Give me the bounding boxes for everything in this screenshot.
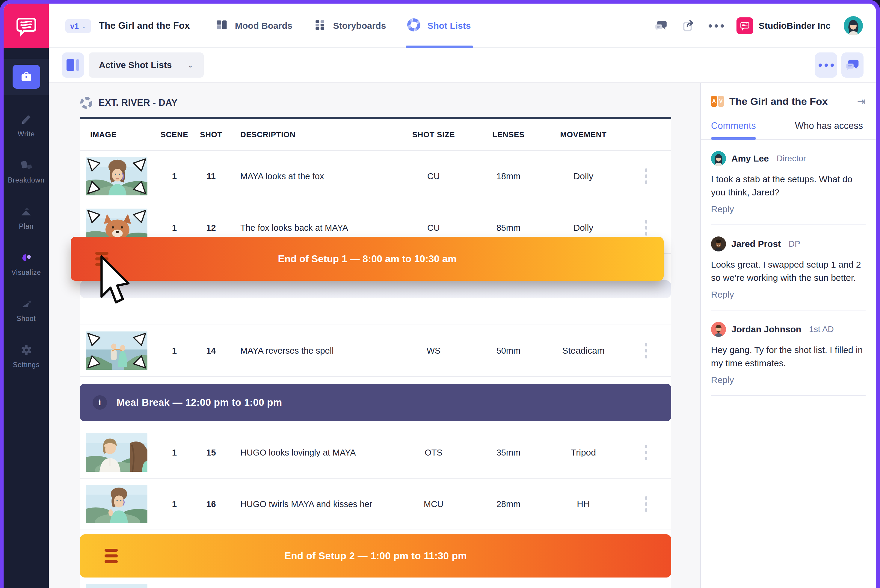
tab-who-has-access[interactable]: Who has access (795, 120, 863, 139)
dragged-setup-banner-wrap: End of Setup 1 — 8:00 am to 10:30 am (71, 237, 664, 281)
more-options-button[interactable] (709, 19, 723, 33)
comment-text: Looks great. I swapped setup 1 and 2 so … (711, 258, 866, 284)
shot-thumbnail[interactable] (86, 332, 147, 370)
shot-thumbnail[interactable] (86, 434, 147, 472)
sidebar-item-projects[interactable] (13, 65, 40, 89)
workspace-name: StudioBinder Inc (759, 21, 831, 31)
panel-project-title: The Girl and the Fox (729, 96, 852, 107)
movement-cell[interactable]: Dolly (546, 171, 621, 182)
version-dropdown[interactable]: v1 ⌄ (65, 19, 91, 33)
sidebar-item-breakdown[interactable]: Breakdown (4, 158, 49, 185)
scene-cell[interactable]: 1 (155, 171, 194, 182)
drag-handle-icon[interactable] (105, 549, 118, 563)
shot-size-cell[interactable]: CU (396, 171, 471, 182)
tab-storyboards[interactable]: Storyboards (313, 4, 386, 48)
comment-author: Jordan Johnson (732, 324, 801, 334)
shot-cell[interactable]: 11 (194, 171, 228, 182)
settings-icon (19, 343, 33, 358)
aperture-icon (80, 96, 93, 109)
breakdown-icon (19, 159, 33, 174)
sidebar-item-label: Breakdown (8, 176, 44, 184)
shot-list-view-dropdown[interactable]: Active Shot Lists ⌄ (89, 52, 204, 78)
comment-item: Jared ProstDPLooks great. I swapped setu… (711, 225, 866, 310)
header-tabs: Mood BoardsStoryboardsShot Lists (215, 4, 471, 48)
tab-mood-boards[interactable]: Mood Boards (215, 4, 292, 48)
tab-comments[interactable]: Comments (711, 120, 756, 139)
lens-cell[interactable]: 50mm (471, 346, 546, 356)
shot-row: 116HUGO twirls MAYA and kisses herMCU28m… (80, 578, 671, 588)
comment-header: Jordan Johnson1st AD (711, 322, 866, 337)
movement-cell[interactable]: Steadicam (546, 345, 621, 356)
row-menu-handle[interactable] (621, 496, 671, 512)
shot-size-cell[interactable]: WS (396, 346, 471, 356)
shot-size-cell[interactable]: CU (396, 223, 471, 233)
column-scene: SCENE (155, 130, 194, 140)
sidebar-item-plan[interactable]: Plan (4, 204, 49, 231)
row-menu-handle[interactable] (621, 220, 671, 236)
comment-author-role: 1st AD (809, 325, 834, 334)
comment-header: Amy LeeDirector (711, 151, 866, 166)
share-button[interactable] (681, 19, 696, 33)
row-menu-handle[interactable] (621, 168, 671, 184)
movement-cell[interactable]: Tripod (546, 447, 621, 458)
comments-toggle-button[interactable] (654, 19, 668, 33)
meal-break-banner[interactable]: iMeal Break — 12:00 pm to 1:00 pm (80, 384, 671, 421)
lens-cell[interactable]: 28mm (471, 499, 546, 509)
scene-cell[interactable]: 1 (155, 223, 194, 233)
row-menu-handle[interactable] (621, 343, 671, 358)
mood-boards-icon (215, 18, 228, 34)
description-cell[interactable]: MAYA reverses the spell (228, 346, 396, 356)
speech-bubble-logo-icon (15, 14, 38, 37)
shot-thumbnail[interactable] (86, 584, 147, 588)
description-cell[interactable]: HUGO twirls MAYA and kisses her (228, 499, 396, 509)
row-menu-handle[interactable] (621, 445, 671, 460)
shot-cell[interactable]: 15 (194, 448, 228, 458)
sidebar-item-shoot[interactable]: Shoot (4, 296, 49, 324)
description-cell[interactable]: The fox looks back at MAYA (228, 223, 396, 233)
description-cell[interactable]: HUGO looks lovingly at MAYA (228, 448, 396, 458)
view-dropdown-label: Active Shot Lists (99, 60, 172, 70)
tab-shot-lists[interactable]: Shot Lists (407, 4, 471, 48)
description-cell[interactable]: MAYA looks at the fox (228, 171, 396, 182)
shot-thumbnail[interactable] (86, 485, 147, 523)
shot-table: IMAGE SCENE SHOT DESCRIPTION SHOT SIZE L… (80, 117, 671, 588)
sidebar-item-settings[interactable]: Settings (4, 342, 49, 370)
collapse-panel-icon[interactable]: ⇥ (857, 95, 866, 107)
lens-cell[interactable]: 85mm (471, 223, 546, 233)
board-layout-button[interactable] (62, 52, 84, 78)
ellipsis-icon (819, 63, 834, 67)
lens-cell[interactable]: 35mm (471, 448, 546, 458)
reply-link[interactable]: Reply (711, 204, 866, 214)
studiobinder-logo[interactable] (4, 4, 49, 48)
shot-size-cell[interactable]: OTS (396, 448, 471, 458)
user-avatar[interactable] (844, 16, 863, 35)
setup-2-banner[interactable]: End of Setup 2 — 1:00 pm to 11:30 pm (80, 534, 671, 578)
reply-link[interactable]: Reply (711, 375, 866, 385)
chevron-down-icon: ⌄ (187, 61, 193, 69)
open-comments-button[interactable] (841, 52, 864, 78)
movement-cell[interactable]: HH (546, 499, 621, 509)
comment-author: Amy Lee (732, 153, 769, 164)
comments-list: Amy LeeDirectorI took a stab at the setu… (701, 140, 876, 396)
shot-cell[interactable]: 16 (194, 499, 228, 509)
setup-1-banner[interactable]: End of Setup 1 — 8:00 am to 10:30 am (71, 237, 664, 281)
sidebar-item-visualize[interactable]: Visualize (4, 250, 49, 278)
movement-cell[interactable]: Dolly (546, 223, 621, 233)
column-shot-size: SHOT SIZE (396, 130, 471, 140)
workspace-switcher[interactable]: StudioBinder Inc (736, 17, 831, 34)
scene-cell[interactable]: 1 (155, 448, 194, 458)
shot-thumbnail[interactable] (86, 157, 147, 195)
shot-cell[interactable]: 12 (194, 223, 228, 233)
sidebar-item-write[interactable]: Write (4, 111, 49, 139)
comment-header: Jared ProstDP (711, 237, 866, 252)
lens-cell[interactable]: 18mm (471, 171, 546, 182)
sidebar-item-label: Settings (13, 361, 40, 369)
setup-2-banner-label: End of Setup 2 — 1:00 pm to 11:30 pm (284, 550, 467, 562)
view-toolbar: Active Shot Lists ⌄ (49, 48, 876, 83)
shot-cell[interactable]: 14 (194, 346, 228, 356)
reply-link[interactable]: Reply (711, 290, 866, 300)
scene-cell[interactable]: 1 (155, 346, 194, 356)
shot-size-cell[interactable]: MCU (396, 499, 471, 509)
list-options-button[interactable] (815, 52, 837, 78)
scene-cell[interactable]: 1 (155, 499, 194, 509)
